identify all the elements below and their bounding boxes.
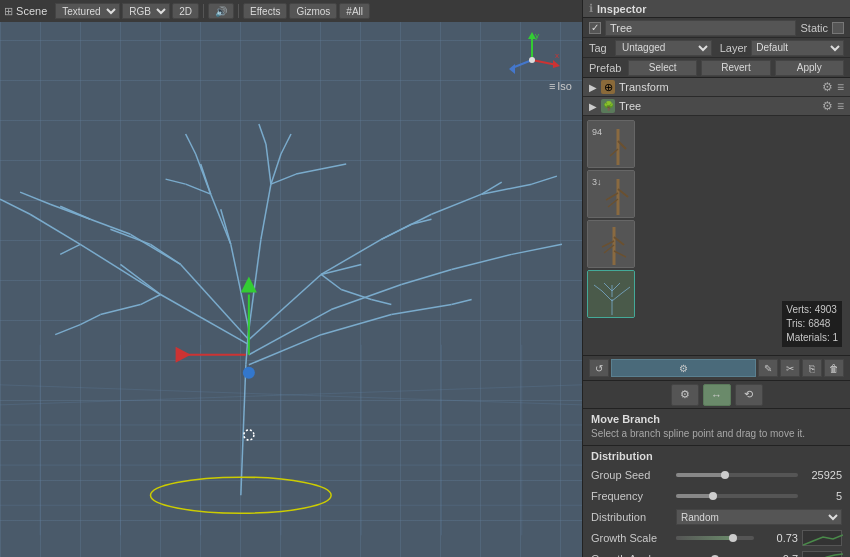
svg-rect-103 <box>588 271 635 318</box>
move-branch-section: Move Branch Select a branch spline point… <box>583 409 850 446</box>
object-active-checkbox[interactable]: ✓ <box>589 22 601 34</box>
hash-icon: ⊞ <box>4 5 13 17</box>
materials-count: Materials: 1 <box>786 331 838 345</box>
svg-point-75 <box>243 367 255 379</box>
svg-point-85 <box>529 57 535 63</box>
transform-menu-icon[interactable]: ≡ <box>837 80 844 94</box>
svg-line-69 <box>452 300 472 305</box>
tree-menu-icon[interactable]: ≡ <box>837 99 844 113</box>
audio-btn[interactable]: 🔊 <box>208 3 234 19</box>
group-seed-slider-wrap: 25925 <box>676 469 842 481</box>
thumb-icon-copy[interactable]: ⎘ <box>802 359 822 377</box>
svg-line-58 <box>281 134 291 154</box>
thumb-item-3[interactable] <box>587 220 635 268</box>
static-checkbox[interactable] <box>832 22 844 34</box>
frequency-fill <box>676 494 713 498</box>
tool-btn-1[interactable]: ⚙ <box>671 384 699 406</box>
svg-text:y: y <box>535 31 539 40</box>
tag-label: Tag <box>589 42 611 54</box>
thumb-icon-refresh[interactable]: ↺ <box>589 359 609 377</box>
group-seed-fill <box>676 473 725 477</box>
tree-icon: 🌳 <box>601 99 615 113</box>
transform-gizmos <box>176 276 257 440</box>
distribution-select[interactable]: Random <box>676 509 842 525</box>
svg-line-33 <box>266 144 271 184</box>
transform-gear-icon[interactable]: ⚙ <box>822 80 833 94</box>
growth-scale-value: 0.73 <box>758 532 798 544</box>
thumb-icon-scissors[interactable]: ✂ <box>780 359 800 377</box>
scene-label: ⊞ Scene <box>4 5 53 18</box>
group-seed-thumb[interactable] <box>721 471 729 479</box>
tool-btn-move[interactable]: ↔ <box>703 384 731 406</box>
frequency-label: Frequency <box>591 490 676 502</box>
color-mode-select[interactable]: RGB <box>122 3 170 19</box>
growth-scale-thumb[interactable] <box>729 534 737 542</box>
growth-angle-row: Growth Angle 0.7 <box>591 550 842 557</box>
move-branch-title: Move Branch <box>591 413 842 425</box>
thumb-icons-strip: ↺ ⚙ ✎ ✂ ⎘ 🗑 <box>583 356 850 381</box>
view-mode-select[interactable]: Textured <box>55 3 120 19</box>
growth-angle-graph[interactable] <box>802 551 842 557</box>
frequency-thumb[interactable] <box>709 492 717 500</box>
group-seed-slider[interactable] <box>676 473 798 477</box>
verts-info: Verts: 4903 Tris: 6848 Materials: 1 <box>782 301 842 347</box>
svg-line-30 <box>221 209 231 244</box>
orientation-gizmo: y x <box>502 30 562 85</box>
transform-arrow-icon: ▶ <box>589 82 597 93</box>
separator-1 <box>203 4 204 18</box>
tool-btn-3[interactable]: ⟲ <box>735 384 763 406</box>
svg-line-48 <box>321 315 391 335</box>
distribution-row: Distribution Random <box>591 508 842 526</box>
object-name-row: ✓ Static <box>583 18 850 38</box>
svg-line-36 <box>321 239 381 274</box>
thumb-item-1[interactable]: 94 <box>587 120 635 168</box>
thumb-row-3 <box>587 220 846 268</box>
svg-text:94: 94 <box>592 127 602 137</box>
thumb-item-2[interactable]: 3↓ <box>587 170 635 218</box>
object-name-input[interactable] <box>605 20 796 36</box>
thumb-item-4[interactable] <box>587 270 635 318</box>
svg-line-49 <box>391 305 451 315</box>
tree-component-title: Tree <box>619 100 818 112</box>
group-seed-value: 25925 <box>802 469 842 481</box>
svg-line-47 <box>249 335 321 365</box>
svg-line-50 <box>140 295 160 305</box>
tag-select[interactable]: Untagged <box>615 40 712 56</box>
svg-line-20 <box>181 264 249 339</box>
svg-line-22 <box>90 219 130 234</box>
transform-section-header[interactable]: ▶ ⊕ Transform ⚙ ≡ <box>583 78 850 97</box>
layer-select[interactable]: Default <box>751 40 844 56</box>
growth-angle-value: 0.7 <box>758 553 798 557</box>
tree-component-header[interactable]: ▶ 🌳 Tree ⚙ ≡ <box>583 97 850 116</box>
thumb-icon-delete[interactable]: 🗑 <box>824 359 844 377</box>
tree-gear-icon[interactable]: ⚙ <box>822 99 833 113</box>
thumb-icon-pencil[interactable]: ✎ <box>758 359 778 377</box>
growth-scale-slider[interactable] <box>676 536 754 540</box>
prefab-select-btn[interactable]: Select <box>628 60 697 76</box>
distribution-title: Distribution <box>591 450 842 462</box>
frequency-slider[interactable] <box>676 494 798 498</box>
prefab-apply-btn[interactable]: Apply <box>775 60 844 76</box>
tree-scene-area <box>0 22 582 557</box>
svg-line-25 <box>110 229 150 244</box>
svg-line-32 <box>261 184 271 239</box>
layers-btn[interactable]: #All <box>339 3 370 19</box>
prefab-revert-btn[interactable]: Revert <box>701 60 770 76</box>
tree-arrow-icon: ▶ <box>589 101 597 112</box>
scene-toolbar: ⊞ Scene Textured RGB 2D 🔊 Effects Gizmos… <box>0 0 582 22</box>
effects-btn[interactable]: Effects <box>243 3 287 19</box>
growth-scale-graph[interactable] <box>802 530 842 546</box>
svg-marker-81 <box>553 60 560 68</box>
gizmos-btn[interactable]: Gizmos <box>289 3 337 19</box>
move-branch-description: Select a branch spline point and drag to… <box>591 427 842 441</box>
inspector-title: Inspector <box>597 3 647 15</box>
growth-angle-label: Growth Angle <box>591 553 676 557</box>
frequency-slider-wrap: 5 <box>676 490 842 502</box>
svg-line-68 <box>371 300 391 305</box>
tris-count: Tris: 6848 <box>786 317 838 331</box>
tree-svg <box>0 22 582 557</box>
thumb-icon-settings[interactable]: ⚙ <box>611 359 756 377</box>
svg-line-57 <box>259 124 266 144</box>
svg-rect-97 <box>588 221 635 268</box>
dimension-btn[interactable]: 2D <box>172 3 199 19</box>
